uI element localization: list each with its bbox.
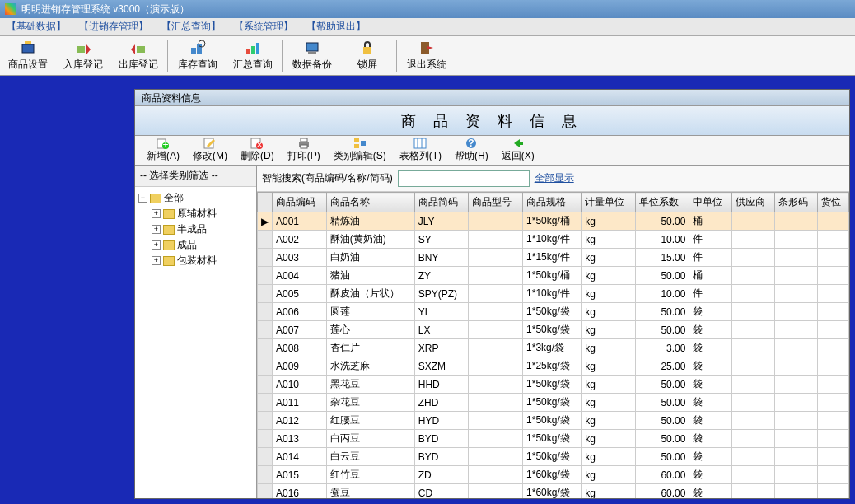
cell[interactable]: kg [582,484,636,499]
table-row[interactable]: A010黑花豆HHD1*50kg/袋kg50.00袋 [258,376,849,394]
cell[interactable] [775,394,818,412]
cell[interactable]: 3.00 [635,339,689,357]
cell[interactable]: 1*50kg/桶 [523,212,582,231]
cell[interactable] [469,430,523,448]
cell[interactable] [732,303,775,321]
cell[interactable]: BYD [414,448,469,466]
cell[interactable]: 红竹豆 [326,466,414,484]
cell[interactable] [732,376,775,394]
cell[interactable]: 1*3kg/袋 [523,339,582,357]
cell[interactable] [775,267,818,285]
cell[interactable]: 精炼油 [326,212,414,231]
cell[interactable] [469,357,523,376]
cell[interactable]: 50.00 [635,448,689,466]
cell[interactable]: SPY(PZ) [414,285,469,303]
cell[interactable]: 1*60kg/袋 [523,466,582,484]
itool-edit[interactable]: 修改(M) [188,137,232,164]
cell[interactable] [817,376,848,394]
cell[interactable]: 红腰豆 [326,412,414,430]
cell[interactable]: 蚕豆 [326,484,414,499]
cell[interactable]: 件 [689,249,732,267]
cell[interactable]: CD [414,484,469,499]
cell[interactable]: 桶 [689,212,732,231]
table-row[interactable]: A005酥皮油（片状）SPY(PZ)1*10kg/件kg10.00件 [258,285,849,303]
col-header[interactable]: 商品型号 [469,193,523,212]
table-row[interactable]: A006圆莲YL1*50kg/袋kg50.00袋 [258,303,849,321]
cell[interactable]: ZY [414,267,469,285]
cell[interactable]: 50.00 [635,376,689,394]
cell[interactable] [775,448,818,466]
cell[interactable]: kg [582,285,636,303]
cell[interactable]: A015 [273,466,327,484]
menu-item-2[interactable]: 【汇总查询】 [161,20,221,34]
cell[interactable]: 酥皮油（片状） [326,285,414,303]
cell[interactable] [775,376,818,394]
cell[interactable] [732,285,775,303]
table-row[interactable]: A013白丙豆BYD1*50kg/袋kg50.00袋 [258,430,849,448]
cell[interactable]: 50.00 [635,303,689,321]
table-row[interactable]: A012红腰豆HYD1*50kg/袋kg50.00袋 [258,412,849,430]
itool-help[interactable]: ?帮助(H) [450,137,493,164]
col-header[interactable]: 条形码 [775,193,818,212]
cell[interactable]: 60.00 [635,484,689,499]
cell[interactable] [817,321,848,339]
cell[interactable] [817,303,848,321]
table-row[interactable]: ▶A001精炼油JLY1*50kg/桶kg50.00桶 [258,212,849,231]
cell[interactable]: 袋 [689,321,732,339]
tree-node[interactable]: +原辅材料 [152,206,253,222]
cell[interactable] [732,212,775,231]
cell[interactable]: JLY [414,212,469,231]
cell[interactable]: kg [582,466,636,484]
tool-stock[interactable]: 库存查询 [170,37,225,75]
expand-icon[interactable]: + [152,225,161,234]
cell[interactable]: 白云豆 [326,448,414,466]
cell[interactable]: 袋 [689,448,732,466]
cell[interactable] [469,231,523,249]
table-row[interactable]: A007莲心LX1*50kg/袋kg50.00袋 [258,321,849,339]
cell[interactable]: 件 [689,285,732,303]
cell[interactable]: 1*50kg/袋 [523,394,582,412]
cell[interactable] [732,448,775,466]
expand-icon[interactable]: + [152,240,161,250]
cell[interactable]: A006 [273,303,327,321]
col-header[interactable]: 货位 [817,193,848,212]
cell[interactable]: SXZM [414,357,469,376]
cell[interactable]: ZD [414,466,469,484]
cell[interactable] [775,285,818,303]
cell[interactable]: 50.00 [635,267,689,285]
cell[interactable]: kg [582,448,636,466]
cell[interactable] [817,484,848,499]
cell[interactable]: kg [582,357,636,376]
cell[interactable]: kg [582,430,636,448]
col-header[interactable]: 计量单位 [582,193,636,212]
cell[interactable]: 件 [689,231,732,249]
cell[interactable] [469,466,523,484]
cell[interactable] [775,484,818,499]
cell[interactable] [732,357,775,376]
cell[interactable]: 桶 [689,267,732,285]
cell[interactable] [469,412,523,430]
cell[interactable]: 杂花豆 [326,394,414,412]
cell[interactable] [817,267,848,285]
tool-goods[interactable]: 商品设置 [0,37,55,75]
cell[interactable]: kg [582,212,636,231]
cell[interactable]: 1*50kg/袋 [523,412,582,430]
cell[interactable] [732,412,775,430]
table-row[interactable]: A011杂花豆ZHD1*50kg/袋kg50.00袋 [258,394,849,412]
col-header[interactable]: 供应商 [732,193,775,212]
cell[interactable]: 1*10kg/件 [523,231,582,249]
cell[interactable]: 圆莲 [326,303,414,321]
cell[interactable] [817,394,848,412]
cell[interactable] [469,448,523,466]
cell[interactable]: 1*50kg/袋 [523,321,582,339]
cell[interactable]: 50.00 [635,430,689,448]
cell[interactable] [817,412,848,430]
cell[interactable] [817,430,848,448]
tool-summary[interactable]: 汇总查询 [225,37,280,75]
cell[interactable]: 50.00 [635,412,689,430]
table-row[interactable]: A002酥油(黄奶油)SY1*10kg/件kg10.00件 [258,231,849,249]
cell[interactable]: BNY [414,249,469,267]
cell[interactable]: A010 [273,376,327,394]
table-row[interactable]: A016蚕豆CD1*60kg/袋kg60.00袋 [258,484,849,499]
tree-root[interactable]: −全部 [138,190,253,206]
